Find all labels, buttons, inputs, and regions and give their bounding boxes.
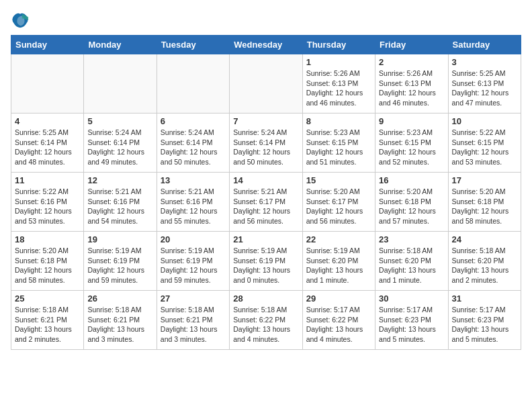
calendar-cell: 30Sunrise: 5:17 AM Sunset: 6:23 PM Dayli… <box>375 291 448 350</box>
day-info: Sunrise: 5:20 AM Sunset: 6:17 PM Dayligh… <box>306 187 371 226</box>
weekday-header-monday: Monday <box>84 36 157 54</box>
day-info: Sunrise: 5:18 AM Sunset: 6:21 PM Dayligh… <box>87 305 152 345</box>
calendar-cell <box>84 54 157 113</box>
day-number: 11 <box>15 175 80 185</box>
calendar-cell: 27Sunrise: 5:18 AM Sunset: 6:21 PM Dayli… <box>157 291 229 350</box>
day-number: 20 <box>161 234 226 244</box>
day-info: Sunrise: 5:19 AM Sunset: 6:19 PM Dayligh… <box>161 246 226 285</box>
logo-icon <box>11 11 30 30</box>
day-number: 7 <box>233 116 298 126</box>
calendar-table: SundayMondayTuesdayWednesdayThursdayFrid… <box>11 35 521 350</box>
calendar-cell: 21Sunrise: 5:19 AM Sunset: 6:19 PM Dayli… <box>230 232 302 291</box>
day-info: Sunrise: 5:20 AM Sunset: 6:18 PM Dayligh… <box>452 187 517 226</box>
day-info: Sunrise: 5:21 AM Sunset: 6:16 PM Dayligh… <box>161 187 226 226</box>
day-info: Sunrise: 5:17 AM Sunset: 6:23 PM Dayligh… <box>379 305 444 345</box>
day-info: Sunrise: 5:18 AM Sunset: 6:20 PM Dayligh… <box>379 246 444 285</box>
day-number: 21 <box>233 234 298 244</box>
calendar-cell: 16Sunrise: 5:20 AM Sunset: 6:18 PM Dayli… <box>375 173 448 232</box>
day-number: 26 <box>87 293 152 304</box>
calendar-cell: 1Sunrise: 5:26 AM Sunset: 6:13 PM Daylig… <box>302 54 375 113</box>
calendar-cell: 31Sunrise: 5:17 AM Sunset: 6:23 PM Dayli… <box>448 291 521 350</box>
day-number: 9 <box>379 116 444 126</box>
day-number: 13 <box>161 175 226 185</box>
day-info: Sunrise: 5:18 AM Sunset: 6:21 PM Dayligh… <box>161 305 226 345</box>
logo <box>11 11 32 30</box>
calendar-cell: 22Sunrise: 5:19 AM Sunset: 6:20 PM Dayli… <box>302 232 375 291</box>
day-info: Sunrise: 5:22 AM Sunset: 6:15 PM Dayligh… <box>452 128 517 167</box>
day-info: Sunrise: 5:23 AM Sunset: 6:15 PM Dayligh… <box>306 128 371 167</box>
day-number: 6 <box>161 116 226 126</box>
calendar-cell: 18Sunrise: 5:20 AM Sunset: 6:18 PM Dayli… <box>11 232 84 291</box>
day-number: 3 <box>452 57 517 67</box>
day-info: Sunrise: 5:17 AM Sunset: 6:22 PM Dayligh… <box>306 305 371 345</box>
day-info: Sunrise: 5:24 AM Sunset: 6:14 PM Dayligh… <box>161 128 226 167</box>
weekday-header-thursday: Thursday <box>302 36 375 54</box>
day-info: Sunrise: 5:24 AM Sunset: 6:14 PM Dayligh… <box>87 128 152 167</box>
day-number: 31 <box>452 293 517 304</box>
day-info: Sunrise: 5:21 AM Sunset: 6:16 PM Dayligh… <box>87 187 152 226</box>
day-number: 27 <box>161 293 226 304</box>
day-info: Sunrise: 5:17 AM Sunset: 6:23 PM Dayligh… <box>452 305 517 345</box>
calendar-cell: 10Sunrise: 5:22 AM Sunset: 6:15 PM Dayli… <box>448 113 521 173</box>
calendar-cell: 20Sunrise: 5:19 AM Sunset: 6:19 PM Dayli… <box>157 232 229 291</box>
week-row-5: 25Sunrise: 5:18 AM Sunset: 6:21 PM Dayli… <box>11 291 521 350</box>
calendar-cell: 8Sunrise: 5:23 AM Sunset: 6:15 PM Daylig… <box>302 113 375 173</box>
day-number: 10 <box>452 116 517 126</box>
day-info: Sunrise: 5:22 AM Sunset: 6:16 PM Dayligh… <box>15 187 80 226</box>
calendar-cell: 7Sunrise: 5:24 AM Sunset: 6:14 PM Daylig… <box>230 113 302 173</box>
day-info: Sunrise: 5:20 AM Sunset: 6:18 PM Dayligh… <box>15 246 80 285</box>
weekday-header-saturday: Saturday <box>448 36 521 54</box>
day-info: Sunrise: 5:19 AM Sunset: 6:19 PM Dayligh… <box>233 246 298 285</box>
week-row-2: 4Sunrise: 5:25 AM Sunset: 6:14 PM Daylig… <box>11 113 521 173</box>
day-info: Sunrise: 5:24 AM Sunset: 6:14 PM Dayligh… <box>233 128 298 167</box>
calendar-cell <box>157 54 229 113</box>
day-info: Sunrise: 5:21 AM Sunset: 6:17 PM Dayligh… <box>233 187 298 226</box>
calendar-cell: 28Sunrise: 5:18 AM Sunset: 6:22 PM Dayli… <box>230 291 302 350</box>
calendar-cell: 2Sunrise: 5:26 AM Sunset: 6:13 PM Daylig… <box>375 54 448 113</box>
day-number: 16 <box>379 175 444 185</box>
calendar-cell: 19Sunrise: 5:19 AM Sunset: 6:19 PM Dayli… <box>84 232 157 291</box>
day-info: Sunrise: 5:18 AM Sunset: 6:21 PM Dayligh… <box>15 305 80 345</box>
day-number: 25 <box>15 293 80 304</box>
calendar-cell: 15Sunrise: 5:20 AM Sunset: 6:17 PM Dayli… <box>302 173 375 232</box>
day-info: Sunrise: 5:23 AM Sunset: 6:15 PM Dayligh… <box>379 128 444 167</box>
day-info: Sunrise: 5:18 AM Sunset: 6:20 PM Dayligh… <box>452 246 517 285</box>
calendar-cell: 24Sunrise: 5:18 AM Sunset: 6:20 PM Dayli… <box>448 232 521 291</box>
calendar-cell: 11Sunrise: 5:22 AM Sunset: 6:16 PM Dayli… <box>11 173 84 232</box>
day-number: 4 <box>15 116 80 126</box>
calendar-cell: 13Sunrise: 5:21 AM Sunset: 6:16 PM Dayli… <box>157 173 229 232</box>
week-row-4: 18Sunrise: 5:20 AM Sunset: 6:18 PM Dayli… <box>11 232 521 291</box>
day-number: 29 <box>306 293 371 304</box>
calendar-cell <box>11 54 84 113</box>
calendar-cell: 9Sunrise: 5:23 AM Sunset: 6:15 PM Daylig… <box>375 113 448 173</box>
day-number: 2 <box>379 57 444 67</box>
day-number: 24 <box>452 234 517 244</box>
day-number: 15 <box>306 175 371 185</box>
weekday-header-tuesday: Tuesday <box>157 36 229 54</box>
day-number: 12 <box>87 175 152 185</box>
day-number: 19 <box>87 234 152 244</box>
day-info: Sunrise: 5:20 AM Sunset: 6:18 PM Dayligh… <box>379 187 444 226</box>
calendar-cell: 17Sunrise: 5:20 AM Sunset: 6:18 PM Dayli… <box>448 173 521 232</box>
calendar-cell: 5Sunrise: 5:24 AM Sunset: 6:14 PM Daylig… <box>84 113 157 173</box>
calendar-cell: 25Sunrise: 5:18 AM Sunset: 6:21 PM Dayli… <box>11 291 84 350</box>
day-info: Sunrise: 5:26 AM Sunset: 6:13 PM Dayligh… <box>306 68 371 108</box>
page-container: SundayMondayTuesdayWednesdayThursdayFrid… <box>11 11 521 350</box>
day-info: Sunrise: 5:18 AM Sunset: 6:22 PM Dayligh… <box>233 305 298 345</box>
day-number: 28 <box>233 293 298 304</box>
calendar-cell: 3Sunrise: 5:25 AM Sunset: 6:13 PM Daylig… <box>448 54 521 113</box>
day-info: Sunrise: 5:19 AM Sunset: 6:20 PM Dayligh… <box>306 246 371 285</box>
day-info: Sunrise: 5:26 AM Sunset: 6:13 PM Dayligh… <box>379 68 444 108</box>
weekday-header-wednesday: Wednesday <box>230 36 302 54</box>
weekday-header-row: SundayMondayTuesdayWednesdayThursdayFrid… <box>11 36 521 54</box>
day-number: 8 <box>306 116 371 126</box>
day-number: 22 <box>306 234 371 244</box>
week-row-3: 11Sunrise: 5:22 AM Sunset: 6:16 PM Dayli… <box>11 173 521 232</box>
week-row-1: 1Sunrise: 5:26 AM Sunset: 6:13 PM Daylig… <box>11 54 521 113</box>
day-number: 1 <box>306 57 371 67</box>
calendar-cell: 4Sunrise: 5:25 AM Sunset: 6:14 PM Daylig… <box>11 113 84 173</box>
calendar-cell: 12Sunrise: 5:21 AM Sunset: 6:16 PM Dayli… <box>84 173 157 232</box>
day-number: 5 <box>87 116 152 126</box>
day-number: 30 <box>379 293 444 304</box>
day-number: 23 <box>379 234 444 244</box>
